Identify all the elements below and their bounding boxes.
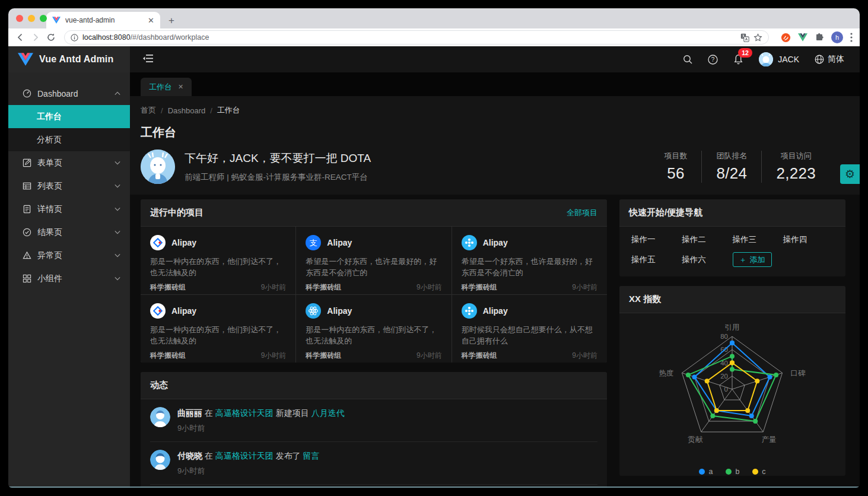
vue-devtools-icon[interactable] bbox=[798, 33, 807, 42]
quick-link-3[interactable]: 操作三 bbox=[733, 234, 783, 245]
project-group-link[interactable]: 科学搬砖组 bbox=[306, 282, 341, 292]
chevron-down-icon bbox=[115, 276, 120, 281]
extension-orange-icon[interactable] bbox=[781, 33, 791, 43]
all-projects-link[interactable]: 全部项目 bbox=[567, 208, 597, 218]
sidebar-item-exceptions[interactable]: 异常页 bbox=[8, 244, 130, 267]
browser-profile-avatar[interactable]: h bbox=[831, 31, 843, 43]
site-info-icon[interactable] bbox=[71, 34, 78, 42]
user-menu[interactable]: JACK bbox=[759, 52, 799, 66]
activity-project-link[interactable]: 八月迭代 bbox=[311, 408, 345, 418]
language-switcher[interactable]: 简体 bbox=[815, 54, 844, 65]
activity-user[interactable]: 付晓晓 bbox=[177, 451, 202, 460]
reload-button[interactable] bbox=[46, 33, 56, 42]
breadcrumb-home[interactable]: 首页 bbox=[141, 105, 156, 116]
tab-title: vue-antd-admin bbox=[65, 16, 143, 24]
projects-grid: Alipay 那是一种内在的东西，他们到达不了，也无法触及的 科学搬砖组 9小时… bbox=[141, 227, 607, 363]
url-text: localhost:8080/#/dashboard/workplace bbox=[82, 33, 209, 42]
plus-icon: ＋ bbox=[739, 256, 747, 263]
greeting-text: 下午好，JACK，要不要打一把 DOTA bbox=[185, 151, 371, 166]
svg-text:支: 支 bbox=[310, 239, 317, 247]
help-icon[interactable]: ? bbox=[708, 55, 718, 65]
project-card[interactable]: 支 Alipay 希望是一个好东西，也许是最好的，好东西是不会消亡的 科学搬砖组… bbox=[296, 227, 451, 294]
minimize-window-button[interactable] bbox=[28, 15, 35, 22]
maximize-window-button[interactable] bbox=[40, 15, 47, 22]
project-card[interactable]: Alipay 那是一种内在的东西，他们到达不了，也无法触及的 科学搬砖组 9小时… bbox=[141, 227, 295, 294]
sidebar-item-widgets[interactable]: 小组件 bbox=[8, 267, 130, 290]
quicknav-card: 快速开始/便捷导航 操作一 操作二 操作三 操作四 操作五 操作六 ＋ bbox=[619, 199, 845, 276]
quick-link-2[interactable]: 操作二 bbox=[682, 234, 732, 245]
tab-close-icon[interactable]: ✕ bbox=[148, 17, 154, 24]
search-icon[interactable] bbox=[683, 55, 692, 64]
project-card[interactable]: Alipay 那时候我只会想自己想要什么，从不想自己拥有什么 科学搬砖组 9小时… bbox=[452, 295, 607, 363]
page-title: 工作台 bbox=[141, 125, 845, 141]
sidebar-item-forms[interactable]: 表单页 bbox=[8, 151, 130, 174]
translate-icon[interactable] bbox=[740, 33, 749, 42]
forward-button[interactable] bbox=[31, 33, 40, 42]
quick-link-6[interactable]: 操作六 bbox=[682, 255, 732, 265]
project-group-link[interactable]: 科学搬砖组 bbox=[150, 351, 186, 361]
settings-gear-button[interactable]: ⚙ bbox=[840, 164, 860, 184]
sidebar: Dashboard 工作台 分析页 表单页 bbox=[8, 72, 130, 488]
activity-avatar bbox=[150, 450, 170, 470]
browser-toolbar: localhost:8080/#/dashboard/workplace h bbox=[8, 28, 860, 46]
address-bar[interactable]: localhost:8080/#/dashboard/workplace bbox=[64, 30, 769, 44]
legend-item[interactable]: c bbox=[752, 468, 765, 476]
new-tab-button[interactable]: + bbox=[168, 15, 174, 26]
bookmark-star-icon[interactable] bbox=[753, 33, 762, 42]
quicknav-title: 快速开始/便捷导航 bbox=[629, 207, 702, 218]
legend-item[interactable]: b bbox=[726, 468, 739, 476]
project-group-link[interactable]: 科学搬砖组 bbox=[150, 282, 186, 292]
breadcrumb-current: 工作台 bbox=[217, 105, 240, 116]
svg-text:贡献: 贡献 bbox=[688, 435, 703, 444]
back-button[interactable] bbox=[15, 33, 25, 42]
greeting-subtitle: 前端工程师 | 蚂蚁金服-计算服务事业群-REACT平台 bbox=[185, 172, 371, 183]
tab-workplace[interactable]: 工作台 ✕ bbox=[141, 78, 192, 96]
activity-title: 动态 bbox=[150, 380, 168, 391]
vue-logo-icon bbox=[18, 53, 33, 66]
breadcrumb: 首页 / Dashboard / 工作台 bbox=[141, 105, 845, 116]
chevron-down-icon bbox=[115, 207, 120, 211]
sidebar-item-results[interactable]: 结果页 bbox=[8, 221, 130, 244]
svg-text:热度: 热度 bbox=[659, 369, 673, 377]
sidebar-item-dashboard[interactable]: Dashboard bbox=[8, 82, 130, 105]
extensions-puzzle-icon[interactable] bbox=[815, 33, 824, 42]
notification-bell-icon[interactable]: 12 bbox=[733, 54, 743, 65]
svg-text:引用: 引用 bbox=[725, 323, 740, 332]
activity-group-link[interactable]: 高逼格设计天团 bbox=[215, 408, 274, 418]
quick-link-5[interactable]: 操作五 bbox=[631, 255, 682, 265]
sidebar-item-analysis[interactable]: 分析页 bbox=[8, 128, 130, 151]
chevron-up-icon bbox=[115, 91, 120, 96]
user-avatar-large bbox=[141, 150, 175, 184]
chevron-down-icon bbox=[115, 230, 120, 234]
add-button[interactable]: ＋ 添加 bbox=[733, 252, 772, 267]
quick-link-1[interactable]: 操作一 bbox=[631, 234, 682, 245]
radar-chart-title: XX 指数 bbox=[629, 294, 661, 305]
project-group-link[interactable]: 科学搬砖组 bbox=[306, 351, 341, 361]
app-logo[interactable]: Vue Antd Admin bbox=[8, 46, 130, 72]
list-item: 曲丽丽 在 高逼格设计天团 新建项目 八月迭代 9小时前 bbox=[150, 399, 597, 442]
menu-fold-icon[interactable] bbox=[143, 54, 153, 65]
activity-group-link[interactable]: 高逼格设计天团 bbox=[215, 451, 274, 460]
tab-close-icon[interactable]: ✕ bbox=[178, 83, 183, 91]
activity-user[interactable]: 曲丽丽 bbox=[177, 408, 202, 418]
close-window-button[interactable] bbox=[16, 15, 23, 22]
project-card[interactable]: Alipay 那是一种内在的东西，他们到达不了，也无法触及的 科学搬砖组 9小时… bbox=[296, 295, 451, 363]
globe-icon bbox=[815, 55, 824, 64]
chevron-down-icon bbox=[115, 253, 120, 257]
project-group-link[interactable]: 科学搬砖组 bbox=[462, 282, 497, 292]
sidebar-item-workplace[interactable]: 工作台 bbox=[8, 105, 130, 128]
activity-comment-link[interactable]: 留言 bbox=[303, 451, 320, 460]
project-group-link[interactable]: 科学搬砖组 bbox=[462, 351, 497, 361]
browser-menu-icon[interactable] bbox=[850, 33, 853, 42]
antd-icon bbox=[462, 235, 477, 250]
browser-tab[interactable]: vue-antd-admin ✕ bbox=[46, 12, 160, 28]
svg-text:?: ? bbox=[711, 56, 715, 63]
sidebar-item-details[interactable]: 详情页 bbox=[8, 198, 130, 221]
project-card[interactable]: Alipay 希望是一个好东西，也许是最好的，好东西是不会消亡的 科学搬砖组 9… bbox=[452, 227, 607, 294]
sidebar-item-lists[interactable]: 列表页 bbox=[8, 174, 130, 198]
project-card[interactable]: Alipay 那是一种内在的东西，他们到达不了，也无法触及的 科学搬砖组 9小时… bbox=[141, 295, 295, 363]
quick-link-4[interactable]: 操作四 bbox=[783, 234, 834, 245]
legend-item[interactable]: a bbox=[699, 468, 713, 476]
activity-time: 9小时前 bbox=[177, 422, 345, 434]
projects-title: 进行中的项目 bbox=[150, 207, 204, 218]
